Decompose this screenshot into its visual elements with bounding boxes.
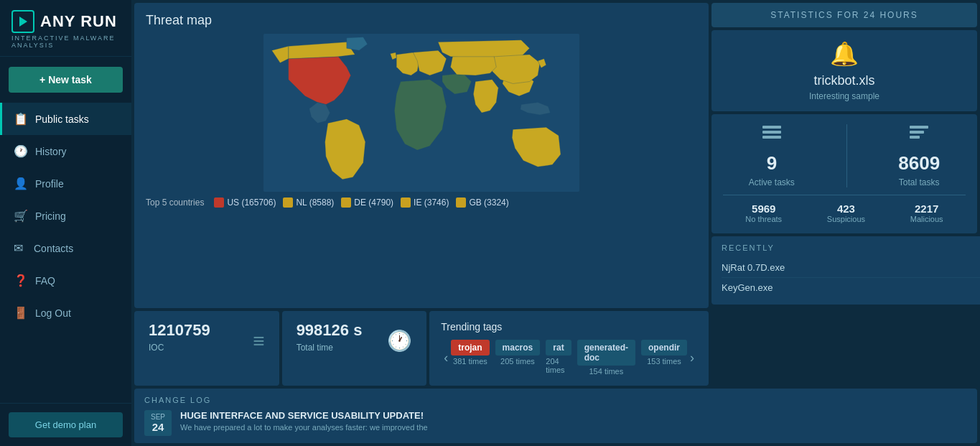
changelog-header: CHANGE LOG xyxy=(144,396,967,404)
sidebar-item-pricing[interactable]: 🛒 Pricing xyxy=(0,200,131,232)
recent-name-2[interactable]: KeyGen.exe xyxy=(722,282,773,293)
recently-box: RECENTLY NjRat 0.7D.exe No threats detec… xyxy=(711,236,980,305)
sidebar-label-logout: Log Out xyxy=(35,307,71,319)
clipboard-icon: 📋 xyxy=(14,112,28,126)
svg-rect-4 xyxy=(762,136,781,139)
map-svg xyxy=(146,34,697,192)
sidebar-item-history[interactable]: 🕐 History xyxy=(0,135,131,167)
tag-opendir-badge[interactable]: opendir xyxy=(641,340,687,356)
suspicious-label: Suspicious xyxy=(827,215,865,223)
total-tasks-stat: 8609 Total tasks xyxy=(898,124,940,187)
sidebar-label-pricing: Pricing xyxy=(35,210,66,222)
malicious-label: Malicious xyxy=(910,215,943,223)
trending-tags-box: Trending tags ‹ trojan 381 times macros … xyxy=(429,311,709,386)
country-us: US (165706) xyxy=(214,198,276,208)
svg-rect-2 xyxy=(762,126,781,129)
total-tasks-count: 8609 xyxy=(898,152,940,175)
tag-trojan-count: 381 times xyxy=(453,357,487,366)
sidebar-item-faq[interactable]: ❓ FAQ xyxy=(0,264,131,297)
tag-rat-badge[interactable]: rat xyxy=(546,340,571,356)
sidebar-item-profile[interactable]: 👤 Profile xyxy=(0,167,131,200)
country-de: DE (4790) xyxy=(341,198,393,208)
recent-item-1: NjRat 0.7D.exe No threats detected xyxy=(722,258,980,278)
tasks-box: 9 Active tasks 8609 Total tasks 5969 xyxy=(711,114,977,233)
tasks-divider xyxy=(846,124,847,187)
bottom-row: CHANGE LOG Sep 24 HUGE INTERFACE AND SER… xyxy=(131,389,980,446)
logo-area: ANY RUN INTERACTIVE MALWARE ANALYSIS xyxy=(0,0,131,57)
svg-marker-0 xyxy=(19,17,27,27)
bottom-stats-row: 1210759 IOC ≡ 998126 s Total time 🕐 xyxy=(134,311,709,386)
no-threats-count: 5969 xyxy=(745,203,782,215)
contacts-icon: ✉ xyxy=(14,241,27,255)
trending-title: Trending tags xyxy=(441,321,502,333)
sidebar-label-contacts: Contacts xyxy=(34,243,73,254)
sidebar-nav: 📋 Public tasks 🕐 History 👤 Profile 🛒 Pri… xyxy=(0,103,131,403)
clock-icon: 🕐 xyxy=(387,329,412,353)
ioc-number: 1210759 xyxy=(149,321,210,340)
time-label: Total time xyxy=(297,343,363,353)
country-gb: GB (3324) xyxy=(456,198,508,208)
logout-icon: 🚪 xyxy=(14,306,28,320)
logo-subtitle: INTERACTIVE MALWARE ANALYSIS xyxy=(11,34,120,49)
country-us-label: US (165706) xyxy=(227,198,276,208)
recent-name-1[interactable]: NjRat 0.7D.exe xyxy=(722,262,785,273)
logo-icon xyxy=(11,10,34,33)
sidebar-label-history: History xyxy=(35,146,67,157)
us-color xyxy=(214,198,224,208)
svg-rect-3 xyxy=(762,131,781,134)
ioc-content: 1210759 IOC xyxy=(149,321,210,353)
changelog-text: HUGE INTERFACE AND SERVICE USABILITY UPD… xyxy=(180,410,428,432)
tag-gendoc-badge[interactable]: generated-doc xyxy=(577,340,635,366)
trending-tags-row: ‹ trojan 381 times macros 205 times xyxy=(441,340,697,376)
world-map xyxy=(146,34,697,192)
trending-header: Trending tags xyxy=(441,321,697,333)
svg-rect-6 xyxy=(910,131,924,134)
list-icon: ≡ xyxy=(253,330,264,353)
changelog-day: 24 xyxy=(149,421,167,433)
sidebar-item-public-tasks[interactable]: 📋 Public tasks xyxy=(0,103,131,135)
active-tasks-count: 9 xyxy=(767,152,777,175)
tag-rat: rat 204 times xyxy=(546,340,571,374)
stats-24h-header: STATISTICS FOR 24 HOURS xyxy=(711,3,977,27)
ie-color xyxy=(401,198,411,208)
malicious-count: 2217 xyxy=(910,203,943,215)
right-panel: STATISTICS FOR 24 HOURS 🔔 trickbot.xls I… xyxy=(711,3,977,386)
country-de-label: DE (4790) xyxy=(354,198,393,208)
content-row: Threat map xyxy=(131,0,980,389)
gb-color xyxy=(456,198,466,208)
top-countries-label: Top 5 countries xyxy=(146,198,204,208)
sidebar-item-contacts[interactable]: ✉ Contacts xyxy=(0,232,131,264)
bell-icon: 🔔 xyxy=(723,40,966,68)
tasks-top: 9 Active tasks 8609 Total tasks xyxy=(723,124,966,187)
country-nl-label: NL (8588) xyxy=(296,198,334,208)
tag-trojan-badge[interactable]: trojan xyxy=(451,340,489,356)
time-content: 998126 s Total time xyxy=(297,321,363,353)
threat-map-panel: Threat map xyxy=(134,3,709,308)
suspicious-count: 423 xyxy=(827,203,865,215)
country-nl: NL (8588) xyxy=(283,198,334,208)
active-tasks-label: Active tasks xyxy=(749,177,795,187)
trending-prev-button[interactable]: ‹ xyxy=(441,350,451,366)
sidebar-label-public-tasks: Public tasks xyxy=(35,113,89,125)
changelog-item-1: Sep 24 HUGE INTERFACE AND SERVICE USABIL… xyxy=(144,410,967,436)
svg-rect-7 xyxy=(910,136,920,139)
changelog-title: HUGE INTERFACE AND SERVICE USABILITY UPD… xyxy=(180,410,428,421)
changelog-date: Sep 24 xyxy=(144,410,172,436)
sidebar-bottom: Get demo plan xyxy=(0,403,131,446)
no-threats-stat: 5969 No threats xyxy=(745,203,782,223)
ioc-box: 1210759 IOC ≡ xyxy=(134,311,279,386)
new-task-button[interactable]: + New task xyxy=(9,67,123,93)
country-ie-label: IE (3746) xyxy=(414,198,449,208)
suspicious-stat: 423 Suspicious xyxy=(827,203,865,223)
history-icon: 🕐 xyxy=(14,144,28,158)
sample-subtitle: Interesting sample xyxy=(723,91,966,101)
tags-list: trojan 381 times macros 205 times rat 20… xyxy=(451,340,687,376)
sidebar-item-logout[interactable]: 🚪 Log Out xyxy=(0,297,131,329)
tag-macros-badge[interactable]: macros xyxy=(495,340,541,356)
active-tasks-icon xyxy=(761,124,783,149)
demo-plan-button[interactable]: Get demo plan xyxy=(9,412,123,437)
top-countries: Top 5 countries US (165706) NL (8588) DE… xyxy=(146,198,697,208)
total-tasks-icon xyxy=(908,124,930,149)
nl-color xyxy=(283,198,293,208)
trending-next-button[interactable]: › xyxy=(687,350,697,366)
